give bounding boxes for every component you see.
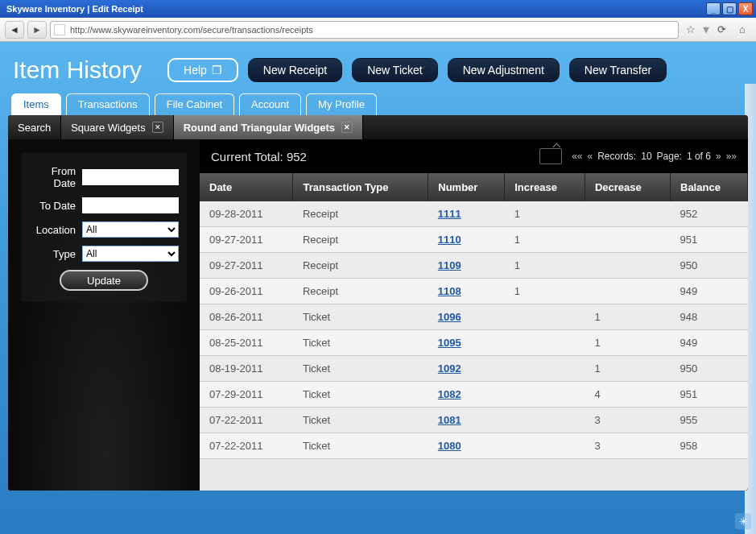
number-link[interactable]: 1092 xyxy=(438,362,461,375)
cell-decrease: 1 xyxy=(585,356,670,382)
new-receipt-button[interactable]: New Receipt xyxy=(248,58,342,82)
sub-tab-round-triangular-widgets[interactable]: Round and Triangular Widgets ✕ xyxy=(174,115,363,139)
window-close-button[interactable]: X xyxy=(738,2,753,15)
col-date[interactable]: Date xyxy=(200,173,293,201)
browser-back-button[interactable]: ◄ xyxy=(5,21,24,39)
help-label: Help xyxy=(184,64,207,77)
home-button[interactable]: ⌂ xyxy=(733,21,751,39)
cell-type: Ticket xyxy=(293,330,428,356)
cell-type: Ticket xyxy=(293,382,428,408)
pager-first-button[interactable]: «« xyxy=(572,151,582,162)
number-link[interactable]: 1110 xyxy=(438,234,461,246)
number-link[interactable]: 1109 xyxy=(438,259,461,271)
page-icon xyxy=(54,24,65,35)
cell-type: Ticket xyxy=(293,408,428,433)
cell-decrease: 1 xyxy=(585,304,670,330)
page-title: Item History xyxy=(13,56,142,84)
close-icon[interactable]: ✕ xyxy=(152,122,163,133)
number-link[interactable]: 1081 xyxy=(438,414,461,426)
cell-increase xyxy=(505,304,585,330)
table-row: 07-29-2011Ticket10824951 xyxy=(200,382,748,408)
col-transaction-type[interactable]: Transaction Type xyxy=(293,173,428,201)
sub-tab-search[interactable]: Search xyxy=(8,115,61,139)
pager-prev-button[interactable]: « xyxy=(587,151,593,162)
cell-increase: 1 xyxy=(505,201,585,227)
number-link[interactable]: 1080 xyxy=(438,440,461,452)
col-number[interactable]: Number xyxy=(428,173,505,201)
pager-last-button[interactable]: »» xyxy=(726,151,737,162)
window-maximize-button[interactable]: ▢ xyxy=(722,2,737,15)
cell-date: 09-27-2011 xyxy=(200,227,293,253)
cell-decrease: 3 xyxy=(585,433,670,459)
refresh-button[interactable]: ⟳ xyxy=(713,21,730,39)
cell-type: Receipt xyxy=(293,227,428,253)
cell-balance: 949 xyxy=(671,279,748,304)
cell-date: 07-22-2011 xyxy=(200,433,293,459)
export-icon[interactable] xyxy=(539,148,562,164)
cell-balance: 955 xyxy=(671,408,748,433)
type-select[interactable]: All xyxy=(82,246,179,262)
number-link[interactable]: 1082 xyxy=(438,388,461,400)
from-date-input[interactable] xyxy=(82,169,179,185)
bug-icon[interactable]: ✳ xyxy=(735,513,751,529)
cell-balance: 950 xyxy=(671,356,748,382)
cell-date: 08-19-2011 xyxy=(200,356,293,382)
window-minimize-button[interactable]: _ xyxy=(706,2,721,15)
tab-file-cabinet[interactable]: File Cabinet xyxy=(155,93,234,115)
pager: «« « Records: 10 Page: 1 of 6 » »» xyxy=(572,151,737,162)
cell-number: 1109 xyxy=(428,253,505,279)
to-date-input[interactable] xyxy=(82,197,179,213)
content-panel: Search Square Widgets ✕ Round and Triang… xyxy=(8,115,748,491)
to-date-label: To Date xyxy=(39,200,76,212)
tab-transactions[interactable]: Transactions xyxy=(66,93,150,115)
col-balance[interactable]: Balance xyxy=(671,173,748,201)
col-increase[interactable]: Increase xyxy=(505,173,585,201)
location-label: Location xyxy=(36,224,76,236)
tab-items[interactable]: Items xyxy=(11,93,61,115)
cell-decrease: 1 xyxy=(585,330,670,356)
bookmark-star-icon[interactable]: ☆ xyxy=(682,21,700,39)
new-adjustment-button[interactable]: New Adjustment xyxy=(448,58,560,82)
app-container: Item History Help ❐ New Receipt New Tick… xyxy=(0,42,756,534)
cell-decrease: 3 xyxy=(585,408,670,433)
cell-decrease: 4 xyxy=(585,382,670,408)
cell-balance: 950 xyxy=(671,253,748,279)
cell-type: Receipt xyxy=(293,201,428,227)
close-icon[interactable]: ✕ xyxy=(341,122,353,133)
cell-increase xyxy=(505,356,585,382)
tab-account[interactable]: Account xyxy=(239,93,301,115)
location-select[interactable]: All xyxy=(82,221,179,238)
number-link[interactable]: 1095 xyxy=(438,337,461,349)
records-label: Records: xyxy=(597,151,636,162)
cell-decrease xyxy=(585,201,670,227)
cell-date: 09-28-2011 xyxy=(200,201,293,227)
browser-forward-button[interactable]: ► xyxy=(27,21,47,39)
browser-toolbar: ◄ ► http://www.skywareinventory.com/secu… xyxy=(0,18,756,42)
help-button[interactable]: Help ❐ xyxy=(167,58,238,82)
new-transfer-button[interactable]: New Transfer xyxy=(569,58,667,82)
new-ticket-button[interactable]: New Ticket xyxy=(352,58,437,82)
cell-number: 1096 xyxy=(428,304,505,330)
cell-date: 07-22-2011 xyxy=(200,408,293,433)
records-value: 10 xyxy=(641,151,651,162)
cell-increase: 1 xyxy=(505,253,585,279)
cell-number: 1110 xyxy=(428,227,505,253)
table-row: 08-19-2011Ticket10921950 xyxy=(200,356,748,382)
table-row: 08-26-2011Ticket10961948 xyxy=(200,304,748,330)
number-link[interactable]: 1111 xyxy=(438,208,461,220)
cell-increase xyxy=(505,408,585,433)
update-button[interactable]: Update xyxy=(60,270,148,291)
number-link[interactable]: 1096 xyxy=(438,311,461,323)
url-bar[interactable]: http://www.skywareinventory.com/secure/t… xyxy=(50,21,679,39)
cell-number: 1081 xyxy=(428,408,505,433)
cell-type: Receipt xyxy=(293,253,428,279)
cell-increase xyxy=(505,330,585,356)
sub-tab-square-widgets[interactable]: Square Widgets ✕ xyxy=(61,115,174,139)
current-total-label: Current Total: xyxy=(211,150,283,164)
tab-my-profile[interactable]: My Profile xyxy=(306,93,377,115)
pager-next-button[interactable]: » xyxy=(716,151,721,162)
table-row: 09-26-2011Receipt11081949 xyxy=(200,279,748,304)
col-decrease[interactable]: Decrease xyxy=(585,173,670,201)
number-link[interactable]: 1108 xyxy=(438,285,461,297)
comment-icon: ❐ xyxy=(212,64,222,77)
